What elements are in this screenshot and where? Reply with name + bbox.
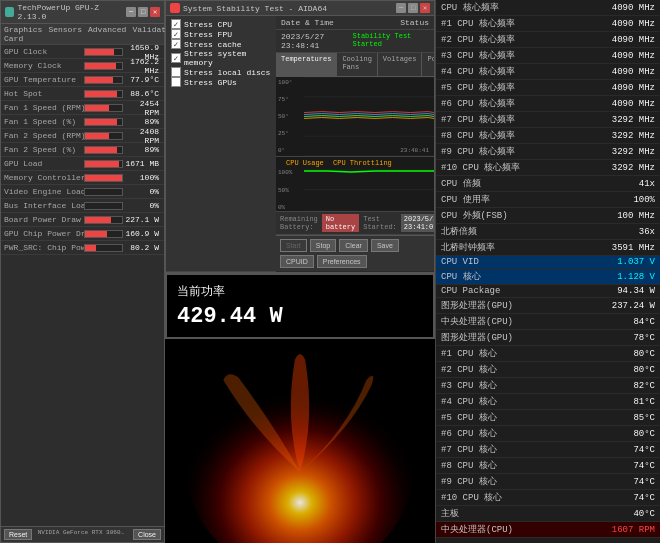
ctrl-btn-clear[interactable]: Clear <box>339 239 368 252</box>
right-label-33: 中央处理器(CPU) <box>441 523 513 536</box>
gpu-row-label-12: Board Power Draw <box>4 215 84 224</box>
gpu-row-label-7: Fan 2 Speed (%) <box>4 145 84 154</box>
right-row-28: #7 CPU 核心 74°C <box>436 442 660 458</box>
mid-close-btn[interactable]: ✕ <box>420 3 430 13</box>
right-row-20: 中央处理器(CPU) 84°C <box>436 314 660 330</box>
right-row-18: CPU Package 94.34 W <box>436 285 660 298</box>
power-display: 当前功率 429.44 W <box>165 273 435 339</box>
right-label-13: CPU 外频(FSB) <box>441 209 508 222</box>
stress-checkbox-1[interactable] <box>171 29 181 39</box>
gpu-bar-14 <box>84 244 123 252</box>
right-label-2: #2 CPU 核心频率 <box>441 33 515 46</box>
right-label-21: 图形处理器(GPU) <box>441 331 513 344</box>
right-row-32: 主板 40°C <box>436 506 660 522</box>
cpu-usage-text: CPU Usage <box>286 159 324 167</box>
chart-tab-voltages[interactable]: Voltages <box>378 53 423 76</box>
right-label-10: #10 CPU 核心频率 <box>441 161 520 174</box>
stress-row-5: Stress GPUs <box>171 77 271 87</box>
right-label-29: #8 CPU 核心 <box>441 459 497 472</box>
right-label-16: CPU VID <box>441 257 479 267</box>
stress-checkbox-2[interactable] <box>171 39 181 49</box>
right-label-24: #3 CPU 核心 <box>441 379 497 392</box>
right-label-22: #1 CPU 核心 <box>441 347 497 360</box>
menu-graphics-card[interactable]: Graphics Card <box>4 25 42 43</box>
right-value-32: 40°C <box>633 509 655 519</box>
gpu-row-value-13: 160.9 W <box>123 229 162 238</box>
right-value-11: 41x <box>639 179 655 189</box>
reset-button[interactable]: Reset <box>4 529 32 540</box>
right-label-20: 中央处理器(CPU) <box>441 315 513 328</box>
gpu-row-label-8: GPU Load <box>4 159 84 168</box>
mid-minimize-btn[interactable]: ─ <box>396 3 406 13</box>
right-value-25: 81°C <box>633 397 655 407</box>
power-value: 429.44 W <box>177 304 423 329</box>
chart-tab-cooling-fans[interactable]: Cooling Fans <box>337 53 377 76</box>
temp-scale: 100°75°50°25°0° <box>276 77 304 156</box>
menu-advanced[interactable]: Advanced <box>88 25 126 43</box>
ctrl-btn-preferences[interactable]: Preferences <box>317 255 367 268</box>
gpu-row-value-5: 89% <box>123 117 162 126</box>
ctrl-btn-stop[interactable]: Stop <box>310 239 336 252</box>
gpu-bar-9 <box>84 174 123 182</box>
stress-row-0: Stress CPU <box>171 19 271 29</box>
right-row-3: #3 CPU 核心频率 4090 MHz <box>436 48 660 64</box>
right-label-23: #2 CPU 核心 <box>441 363 497 376</box>
chart-tab-powers[interactable]: Powers <box>422 53 434 76</box>
gpu-bar-13 <box>84 230 123 238</box>
right-label-3: #3 CPU 核心频率 <box>441 49 515 62</box>
temp-chart-canvas <box>304 77 434 156</box>
chart-tab-temperatures[interactable]: Temperatures <box>276 53 337 76</box>
stress-checkbox-5[interactable] <box>171 77 181 87</box>
right-stats-panel: CPU 核心频率 4090 MHz #1 CPU 核心频率 4090 MHz #… <box>435 0 660 543</box>
stress-checkbox-3[interactable] <box>171 53 181 63</box>
right-row-26: #5 CPU 核心 85°C <box>436 410 660 426</box>
stress-label-2: Stress cache <box>184 40 242 49</box>
gpu-row-label-3: Hot Spot <box>4 89 84 98</box>
flame-visual <box>165 339 435 544</box>
gpu-row-label-11: Bus Interface Load <box>4 201 84 210</box>
right-value-19: 237.24 W <box>612 301 655 311</box>
ctrl-btn-save[interactable]: Save <box>371 239 399 252</box>
menu-bar: Graphics Card Sensors Advanced Validatio… <box>1 24 164 45</box>
right-value-21: 78°C <box>633 333 655 343</box>
right-value-14: 36x <box>639 227 655 237</box>
stress-label-4: Stress local discs <box>184 68 270 77</box>
cpu-throttle-text: CPU Throttling <box>333 159 392 167</box>
close-window-btn[interactable]: ✕ <box>150 7 160 17</box>
stress-checkbox-0[interactable] <box>171 19 181 29</box>
gpu-bar-11 <box>84 202 123 210</box>
gpu-row-12: Board Power Draw 227.1 W <box>1 213 164 227</box>
gpu-bar-fill-12 <box>85 217 111 223</box>
right-row-7: #7 CPU 核心频率 3292 MHz <box>436 112 660 128</box>
right-label-25: #4 CPU 核心 <box>441 395 497 408</box>
gpu-row-4: Fan 1 Speed (RPM) 2454 RPM <box>1 101 164 115</box>
gpu-row-13: GPU Chip Power Draw 160.9 W <box>1 227 164 241</box>
right-value-15: 3591 MHz <box>612 243 655 253</box>
right-row-21: 图形处理器(GPU) 78°C <box>436 330 660 346</box>
ctrl-btn-cpuid[interactable]: CPUID <box>280 255 314 268</box>
maximize-btn[interactable]: □ <box>138 7 148 17</box>
stress-checkbox-4[interactable] <box>171 67 181 77</box>
mid-titlebar-controls: ─ □ ✕ <box>396 3 430 13</box>
right-value-12: 100% <box>633 195 655 205</box>
middle-panel: System Stability Test - AIDA64 ─ □ ✕ Str… <box>165 0 435 543</box>
gpu-bar-8 <box>84 160 123 168</box>
right-label-27: #6 CPU 核心 <box>441 427 497 440</box>
mid-maximize-btn[interactable]: □ <box>408 3 418 13</box>
minimize-btn[interactable]: ─ <box>126 7 136 17</box>
close-btn[interactable]: Close <box>133 529 161 540</box>
right-value-8: 3292 MHz <box>612 131 655 141</box>
gpu-row-value-7: 89% <box>123 145 162 154</box>
right-label-18: CPU Package <box>441 286 500 296</box>
gpu-row-value-8: 1671 MB <box>123 159 162 168</box>
gpu-row-label-14: PWR_SRC: Chip Power Draw <box>4 243 84 252</box>
right-value-31: 74°C <box>633 493 655 503</box>
stress-row-2: Stress cache <box>171 39 271 49</box>
menu-sensors[interactable]: Sensors <box>48 25 82 43</box>
datetime-value: 2023/5/27 23:48:41 <box>281 32 353 50</box>
gpu-row-label-2: GPU Temperature <box>4 75 84 84</box>
gpu-row-value-4: 2454 RPM <box>123 99 162 117</box>
gpu-bar-fill-7 <box>85 147 117 153</box>
ctrl-btn-start[interactable]: Start <box>280 239 307 252</box>
right-value-20: 84°C <box>633 317 655 327</box>
